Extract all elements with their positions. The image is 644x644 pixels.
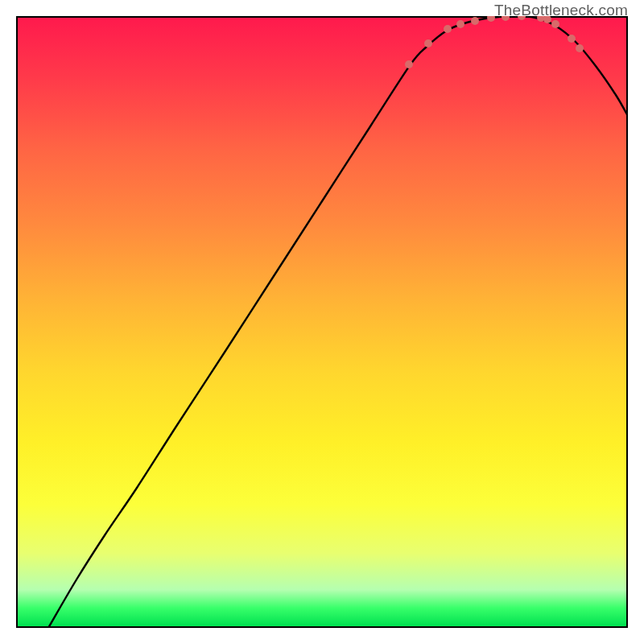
plot-area	[16, 16, 628, 628]
watermark-text: TheBottleneck.com	[494, 2, 628, 19]
chart-container: TheBottleneck.com	[0, 0, 644, 644]
